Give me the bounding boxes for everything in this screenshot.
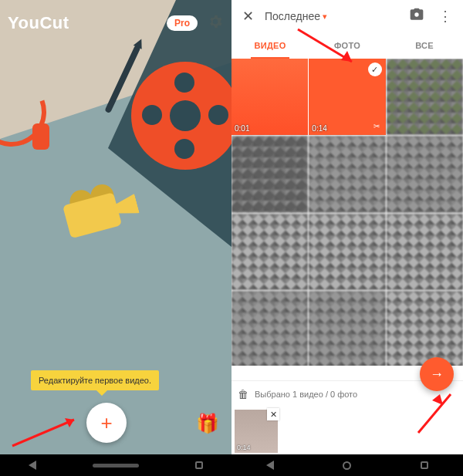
android-navbar (0, 454, 231, 476)
close-button[interactable]: ✕ (236, 5, 260, 28)
media-tabs: ВИДЕО ФОТО ВСЕ (231, 32, 463, 59)
media-picker-screen: ✕ Последнее ▾ ⋮ ВИДЕО ФОТО ВСЕ 0:01 0:14… (231, 0, 463, 476)
video-thumb[interactable]: 0:01 (231, 59, 308, 135)
headphones-illustration (0, 77, 54, 154)
clear-selection-button[interactable]: 🗑 (238, 388, 248, 400)
folder-title: Последнее (265, 10, 320, 22)
home-header: YouCut Pro (0, 8, 231, 39)
video-thumb[interactable] (231, 291, 308, 366)
selected-check-icon: ✓ (368, 62, 382, 76)
video-thumb[interactable] (387, 214, 463, 290)
video-thumb[interactable] (309, 214, 385, 290)
video-thumb[interactable]: 0:14 ✓ ✂ (309, 59, 385, 135)
app-logo: YouCut (8, 13, 69, 33)
video-thumb[interactable] (387, 136, 463, 212)
annotation-arrow (8, 409, 85, 454)
plus-icon: + (100, 411, 112, 435)
tab-video[interactable]: ВИДЕО (231, 32, 309, 59)
selected-clip[interactable]: ✕ 0:14 (235, 410, 278, 453)
video-thumb[interactable] (309, 136, 385, 212)
next-button[interactable]: → (420, 357, 454, 391)
gift-button[interactable]: 🎁 (196, 413, 219, 434)
nav-back-button[interactable] (266, 461, 274, 470)
nav-home-button[interactable] (93, 464, 139, 468)
nav-back-button[interactable] (29, 461, 36, 470)
home-screen: YouCut Pro Редактируйте первое видео. + … (0, 0, 231, 476)
camera-icon (409, 7, 424, 22)
settings-button[interactable] (207, 13, 224, 33)
folder-dropdown[interactable]: Последнее ▾ (265, 10, 327, 22)
tab-photo[interactable]: ФОТО (309, 32, 386, 59)
pro-button[interactable]: Pro (167, 15, 198, 31)
media-grid: 0:01 0:14 ✓ ✂ (231, 59, 463, 366)
nav-recent-button[interactable] (195, 461, 203, 469)
first-video-tooltip: Редактируйте первое видео. (31, 370, 159, 390)
add-video-button[interactable]: + (86, 403, 127, 443)
camera-button[interactable] (406, 4, 428, 29)
remove-clip-button[interactable]: ✕ (267, 408, 279, 420)
scissors-icon[interactable]: ✂ (370, 120, 384, 133)
chevron-down-icon: ▾ (323, 12, 327, 22)
gear-icon (207, 13, 224, 30)
video-thumb[interactable] (387, 59, 463, 135)
selected-strip: ✕ 0:14 (231, 407, 463, 454)
video-thumb[interactable] (231, 214, 308, 290)
arrow-right-icon: → (430, 366, 444, 383)
clip-duration: 0:14 (237, 444, 251, 451)
camera-illustration (61, 180, 147, 245)
nav-recent-button[interactable] (421, 461, 428, 469)
video-thumb[interactable] (387, 291, 463, 366)
selection-count: Выбрано 1 видео / 0 фото (255, 390, 357, 399)
video-thumb[interactable] (231, 136, 308, 212)
nav-home-button[interactable] (343, 461, 351, 470)
svg-line-0 (12, 420, 74, 446)
film-reel-illustration (131, 62, 231, 170)
svg-marker-1 (65, 418, 74, 427)
tab-all[interactable]: ВСЕ (386, 32, 463, 59)
picker-header: ✕ Последнее ▾ ⋮ (231, 0, 463, 32)
android-navbar (231, 454, 463, 476)
more-button[interactable]: ⋮ (432, 5, 458, 28)
video-thumb[interactable] (309, 291, 385, 366)
